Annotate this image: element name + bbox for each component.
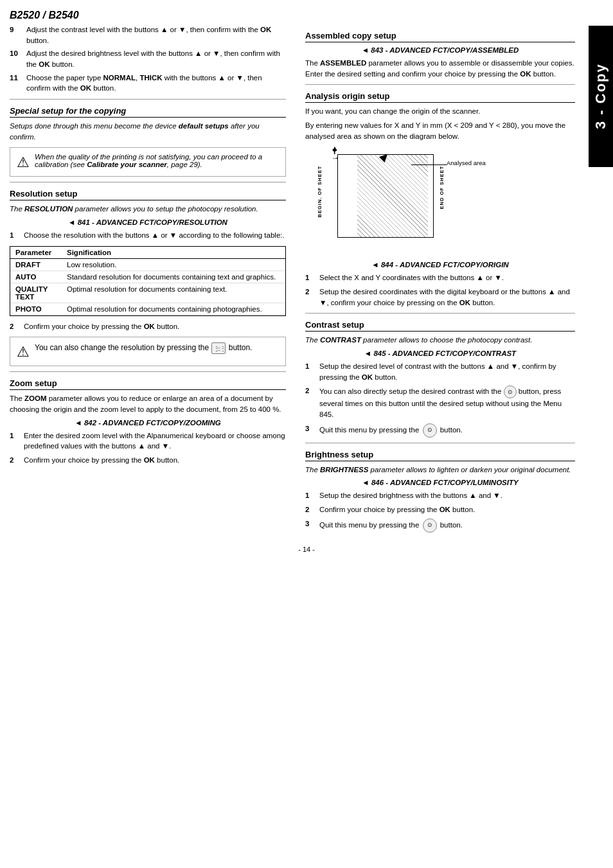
warning-box-1: ⚠ When the quality of the printing is no… bbox=[10, 147, 286, 177]
zoom-step-2: 2 Confirm your choice by pressing the OK… bbox=[10, 455, 286, 466]
table-row: PHOTO Optimal resolution for documents c… bbox=[10, 303, 285, 315]
zoom-step-1: 1 Enter the desired zoom level with the … bbox=[10, 430, 286, 452]
special-setup-intro: Setups done through this menu become the… bbox=[10, 121, 286, 142]
analysis-diagram: Y ▲ → ◀ BEGIN. OF SHEET END OF SHEET bbox=[312, 146, 492, 256]
end-sheet-label: END OF SHEET bbox=[439, 166, 445, 209]
quit-button-icon: ⊙ bbox=[423, 423, 437, 438]
item-num: 11 bbox=[10, 73, 22, 94]
param-cell: DRAFT bbox=[10, 258, 62, 270]
analysis-detail: By entering new values for X and Y in mm… bbox=[305, 120, 575, 141]
assembled-intro: The ASSEMBLED parameter allows you to as… bbox=[305, 58, 575, 79]
list-item: 10 Adjust the desired brightness level w… bbox=[10, 48, 286, 69]
step-num: 1 bbox=[10, 230, 20, 241]
divider bbox=[305, 84, 575, 85]
brightness-step-1: 1 Setup the desired brightness with the … bbox=[305, 490, 575, 501]
resolution-intro: The RESOLUTION parameter allows you to s… bbox=[10, 204, 286, 215]
menu-ref-846: 846 - ADVANCED FCT/COPY/LUMINOSITY bbox=[305, 479, 575, 486]
grid-button-icon: :: bbox=[211, 342, 226, 354]
desc-cell: Standard resolution for documents contai… bbox=[62, 270, 285, 283]
item-num: 9 bbox=[10, 24, 22, 46]
right-column: Assembled copy setup 843 - ADVANCED FCT/… bbox=[299, 24, 575, 536]
step-num: 2 bbox=[305, 287, 315, 308]
special-setup-title: Special setup for the copying bbox=[10, 106, 286, 118]
step-2: 2 Confirm your choice by pressing the OK… bbox=[10, 321, 286, 332]
step-text: Confirm your choice by pressing the OK b… bbox=[24, 455, 179, 466]
contrast-step-3: 3 Quit this menu by pressing the ⊙ butto… bbox=[305, 423, 575, 438]
brightness-step-2: 2 Confirm your choice by pressing the OK… bbox=[305, 504, 575, 515]
step-1: 1 Choose the resolution with the buttons… bbox=[10, 230, 286, 241]
table-row: AUTO Standard resolution for documents c… bbox=[10, 270, 285, 283]
diagram-box: ◀ bbox=[337, 154, 434, 238]
brightness-setup-title: Brightness setup bbox=[305, 450, 575, 461]
desc-cell: Optimal resolution for documents contain… bbox=[62, 303, 285, 315]
step-num: 2 bbox=[305, 385, 315, 420]
step-text: Quit this menu by pressing the ⊙ button. bbox=[319, 423, 463, 438]
step-text: Setup the desired level of contrast with… bbox=[319, 361, 575, 382]
step-num: 2 bbox=[10, 321, 20, 332]
warning-text: When the quality of the printing is not … bbox=[35, 153, 279, 168]
contrast-intro: The CONTRAST parameter allows to choose … bbox=[305, 335, 575, 346]
contrast-step-1: 1 Setup the desired level of contrast wi… bbox=[305, 361, 575, 382]
param-cell: AUTO bbox=[10, 270, 62, 283]
param-cell: QUALITY TEXT bbox=[10, 283, 62, 303]
analysis-intro: If you want, you can change the origin o… bbox=[305, 106, 575, 117]
step-text: You can also directly setup the desired … bbox=[319, 385, 575, 420]
warning-icon: ⚠ bbox=[17, 154, 30, 171]
brightness-intro: The BRIGHTNESS parameter allows to light… bbox=[305, 465, 575, 475]
desc-cell: Low resolution. bbox=[62, 258, 285, 270]
main-content: 9 Adjust the contrast level with the but… bbox=[0, 24, 613, 536]
step-num: 2 bbox=[10, 455, 20, 466]
table-row: DRAFT Low resolution. bbox=[10, 258, 285, 270]
analysis-origin-title: Analysis origin setup bbox=[305, 91, 575, 103]
desc-cell: Optimal resolution for documents contain… bbox=[62, 283, 285, 303]
item-text: Choose the paper type NORMAL, THICK with… bbox=[26, 73, 286, 94]
col-header-sig: Signification bbox=[62, 247, 285, 259]
menu-ref-841: 841 - ADVANCED FCT/COPY/RESOLUTION bbox=[10, 218, 286, 226]
list-item: 9 Adjust the contrast level with the but… bbox=[10, 24, 286, 46]
step-num: 3 bbox=[305, 518, 315, 533]
param-cell: PHOTO bbox=[10, 303, 62, 315]
divider bbox=[10, 182, 286, 182]
warning-text-2: You can also change the resolution by pr… bbox=[35, 342, 252, 354]
zoom-setup-title: Zoom setup bbox=[10, 378, 286, 390]
step-num: 2 bbox=[305, 504, 315, 515]
warning-icon-2: ⚠ bbox=[17, 344, 30, 360]
step-num: 3 bbox=[305, 423, 315, 438]
step-num: 1 bbox=[10, 430, 20, 452]
menu-ref-845: 845 - ADVANCED FCT/COPY/CONTRAST bbox=[305, 350, 575, 357]
step-text: Confirm your choice by pressing the OK b… bbox=[24, 321, 179, 332]
item-text: Adjust the desired brightness level with… bbox=[26, 48, 286, 69]
divider bbox=[305, 443, 575, 443]
menu-ref-844: 844 - ADVANCED FCT/COPY/ORIGIN bbox=[305, 261, 575, 269]
page-title: B2520 / B2540 bbox=[0, 6, 613, 24]
step-num: 1 bbox=[305, 361, 315, 382]
divider bbox=[10, 371, 286, 372]
assembled-copy-title: Assembled copy setup bbox=[305, 31, 575, 42]
side-tab: 3 - Copy bbox=[589, 26, 613, 167]
y-up-arrow: ▲ bbox=[331, 144, 339, 153]
hatch-area bbox=[357, 155, 428, 237]
step-text: Setup the desired coordinates with the d… bbox=[319, 287, 575, 308]
step-text: Setup the desired brightness with the bu… bbox=[319, 490, 502, 501]
step-num: 1 bbox=[305, 272, 315, 283]
divider bbox=[305, 313, 575, 314]
col-header-param: Parameter bbox=[10, 247, 62, 259]
item-num: 10 bbox=[10, 48, 22, 69]
left-column: 9 Adjust the contrast level with the but… bbox=[10, 24, 299, 536]
step-text: Choose the resolution with the buttons ▲… bbox=[24, 230, 285, 241]
step-text: Enter the desired zoom level with the Al… bbox=[24, 430, 286, 452]
page: B2520 / B2540 3 - Copy 9 Adjust the cont… bbox=[0, 0, 613, 868]
analysed-area-label: Analysed area bbox=[447, 159, 486, 166]
top-list: 9 Adjust the contrast level with the but… bbox=[10, 24, 286, 94]
resolution-setup-title: Resolution setup bbox=[10, 189, 286, 200]
step-text: Select the X and Y coordinates with the … bbox=[319, 272, 504, 283]
contrast-setup-title: Contrast setup bbox=[305, 320, 575, 332]
begin-sheet-label: BEGIN. OF SHEET bbox=[317, 166, 323, 217]
contrast-step-2: 2 You can also directly setup the desire… bbox=[305, 385, 575, 420]
menu-ref-842: 842 - ADVANCED FCT/COPY/ZOOMING bbox=[10, 419, 286, 427]
divider bbox=[10, 99, 286, 100]
warning-box-2: ⚠ You can also change the resolution by … bbox=[10, 337, 286, 366]
origin-step-1: 1 Select the X and Y coordinates with th… bbox=[305, 272, 575, 283]
page-number: - 14 - bbox=[0, 545, 613, 560]
analysed-area-line bbox=[411, 164, 447, 165]
